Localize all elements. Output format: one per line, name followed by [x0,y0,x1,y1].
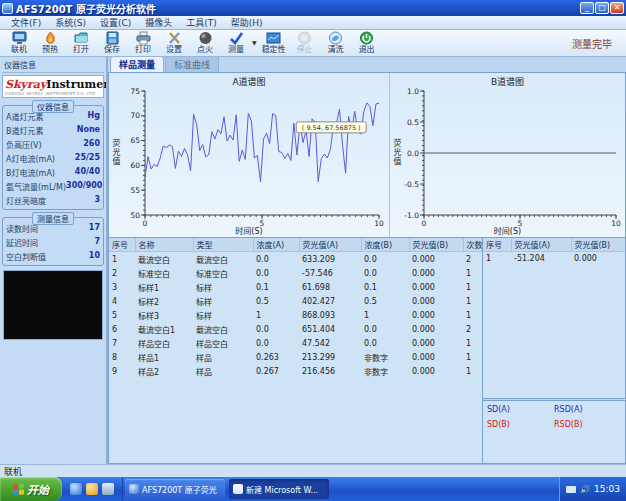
ignite-sphere-icon [198,31,213,45]
result-table-header[interactable]: 荧光值(B) [571,238,626,252]
svg-text:-1.0: -1.0 [404,211,419,220]
svg-text:( 9.54, 67.56875 ): ( 9.54, 67.56875 ) [302,124,361,132]
table-row[interactable]: 6载流空白1载流空白0.0651.4040.00.0002 [109,322,483,336]
instrument-panel-caption: 仪器信息 [2,58,104,73]
start-button[interactable]: 开始 [0,477,62,501]
table-row[interactable]: 9样品2样品0.267216.456非数字0.0001 [109,364,483,378]
svg-text:50: 50 [130,211,140,220]
toolbar-button-保存[interactable]: 保存 [97,31,127,54]
show-desktop-icon[interactable] [102,483,114,495]
result-table[interactable]: 序号荧光值(A)荧光值(B) 1-51.2040.000 [483,238,626,264]
sample-table-header[interactable]: 浓度(B) [361,238,409,252]
instrument-info-row-1: B道灯元素None [5,123,101,137]
toolbar-button-打开[interactable]: 打开 [66,31,96,54]
charts-row: A道谱图 荧光值 0510505560657075( 9.54, 67.5687… [108,72,626,238]
minimize-button[interactable]: _ [580,2,594,14]
svg-text:-0.5: -0.5 [404,180,419,189]
toolbar-button-清洗[interactable]: 清洗 [321,31,351,54]
svg-text:60: 60 [130,161,140,170]
menu-item-3[interactable]: 摄像头 [138,16,179,29]
menu-item-5[interactable]: 帮助(H) [224,16,270,29]
measure-dropdown-arrow[interactable]: ▼ [252,39,257,54]
toolbar-button-稳定性[interactable]: 稳定性 [259,31,289,54]
instrument-info-row-5: 氩气流量(mL/M)300/900 [5,179,101,193]
instrument-info-row-6: 灯丝亮暗度3 [5,193,101,207]
instrument-info-group: 仪器信息 A道灯元素HgB道灯元素None负高压(V)260A灯电流(mA)25… [2,105,104,210]
sample-table-header[interactable]: 次数 [463,238,483,252]
svg-text:0.0: 0.0 [407,149,419,158]
afs-app-icon [129,484,139,494]
toolbar-button-设置[interactable]: 设置 [159,31,189,54]
stability-chart-icon [266,31,281,45]
sample-table-header[interactable]: 浓度(A) [253,238,299,252]
stop-circle-icon [297,31,312,45]
maximize-button[interactable]: □ [595,2,609,14]
table-row[interactable]: 5标样3标样1868.09310.0001 [109,308,483,322]
close-button[interactable]: ✕ [610,2,624,14]
rsd-b-label: RSD(B) [554,420,621,429]
toolbar-button-停止: 停止 [290,31,320,54]
quick-launch-icon[interactable] [86,483,98,495]
sd-b-label: SD(B) [487,420,554,429]
table-row[interactable]: 3标样1标样0.161.6980.10.0001 [109,280,483,294]
toolbar-button-退出[interactable]: 退出 [352,31,382,54]
windows-flag-icon [13,483,24,495]
table-row[interactable]: 1载流空白载流空白0.0633.2090.00.0002 [109,252,483,267]
menu-item-1[interactable]: 系统(S) [48,16,93,29]
rsd-a-label: RSD(A) [554,405,621,414]
svg-text:70: 70 [130,111,140,120]
table-row[interactable]: 7样品空白样品空白0.047.5420.00.0001 [109,336,483,350]
toolbar-button-预热[interactable]: 预热 [35,31,65,54]
instrument-info-row-4: B灯电流(mA)40/40 [5,165,101,179]
sample-table-header[interactable]: 类型 [193,238,253,252]
measure-info-group: 测量信息 读数时间17延迟时间7空白判断值10 [2,217,104,266]
sample-table[interactable]: 序号名称类型浓度(A)荧光值(A)浓度(B)荧光值(B)次数 1载流空白载流空白… [109,238,483,378]
internet-explorer-icon[interactable] [70,483,82,495]
chart-b-plot[interactable]: 05101.00.50.0-0.5-1.0 [396,85,624,233]
menu-item-4[interactable]: 工具(T) [179,16,224,29]
sample-table-header[interactable]: 序号 [109,238,135,252]
quick-launch-bar [62,477,123,501]
chart-tooltip: ( 9.54, 67.56875 ) [296,122,366,133]
open-folder-icon [74,31,89,45]
result-table-row[interactable]: 1-51.2040.000 [483,252,626,265]
toolbar-button-测量[interactable]: 测量 [221,31,251,54]
table-row[interactable]: 8样品1样品0.263213.299非数字0.0001 [109,350,483,364]
taskbar-task-1[interactable]: 新建 Microsoft W... [229,479,329,499]
sample-table-header[interactable]: 荧光值(A) [299,238,361,252]
volume-icon[interactable]: 🔊 [580,485,590,494]
table-row[interactable]: 4标样2标样0.5402.4270.50.0001 [109,294,483,308]
result-table-header[interactable]: 序号 [483,238,511,252]
save-disk-icon [105,31,120,45]
menu-item-0[interactable]: 文件(F) [4,16,48,29]
tab-标准曲线[interactable]: 标准曲线 [165,57,219,72]
camera-view [3,270,103,340]
result-table-header[interactable]: 荧光值(A) [511,238,571,252]
preheat-flame-icon [43,31,58,45]
menubar: 文件(F)系统(S)设置(C)摄像头工具(T)帮助(H) [0,16,626,30]
chart-b-xlabel: 时间(S) [390,225,625,236]
chart-a-plot[interactable]: 0510505560657075( 9.54, 67.56875 ) [117,85,387,233]
toolbar: 联机预热打开保存打印设置点火测量▼稳定性停止清洗退出 测量完毕 [0,30,626,57]
sample-table-header[interactable]: 名称 [135,238,193,252]
instrument-panel: 仪器信息 SkyrayInstrument JIANGSU SKYRAY INS… [0,57,108,464]
chart-a-panel: A道谱图 荧光值 0510505560657075( 9.54, 67.5687… [109,73,390,237]
taskbar-task-0[interactable]: AFS7200T 原子荧光 [125,479,225,499]
app-icon [2,3,13,14]
device-tray-icon[interactable] [566,486,576,493]
table-row[interactable]: 2标准空白标准空白0.0-57.5460.00.0001 [109,266,483,280]
measure-info-row-2: 空白判断值10 [5,249,101,263]
toolbar-button-联机[interactable]: 联机 [4,31,34,54]
sample-table-header[interactable]: 荧光值(B) [409,238,463,252]
measure-status-text: 测量完毕 [572,36,622,51]
monitor-icon [12,31,27,45]
toolbar-button-点火[interactable]: 点火 [190,31,220,54]
settings-tools-icon [167,31,182,45]
toolbar-button-打印[interactable]: 打印 [128,31,158,54]
sample-table-panel: 序号名称类型浓度(A)荧光值(A)浓度(B)荧光值(B)次数 1载流空白载流空白… [108,238,483,464]
svg-text:65: 65 [130,136,140,145]
skyray-logo: SkyrayInstrument JIANGSU SKYRAY INSTRUME… [2,75,104,98]
menu-item-2[interactable]: 设置(C) [93,16,138,29]
titlebar: AFS7200T 原子荧光分析软件 _ □ ✕ [0,0,626,16]
tab-样品测量[interactable]: 样品测量 [110,57,164,72]
